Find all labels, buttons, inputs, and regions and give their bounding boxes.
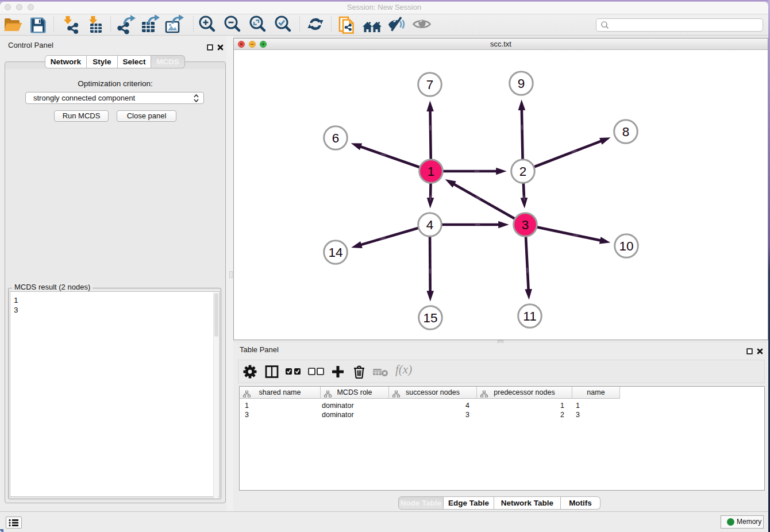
- svg-text:14: 14: [328, 245, 342, 260]
- svg-text:4: 4: [426, 218, 434, 232]
- svg-text:10: 10: [619, 239, 633, 253]
- svg-text:7: 7: [426, 78, 434, 92]
- svg-text:1: 1: [428, 164, 435, 179]
- svg-text:15: 15: [423, 311, 437, 325]
- svg-text:11: 11: [523, 309, 536, 323]
- svg-text:3: 3: [522, 218, 529, 232]
- svg-text:6: 6: [332, 131, 340, 145]
- svg-text:9: 9: [518, 76, 525, 91]
- svg-text:2: 2: [519, 164, 527, 179]
- svg-text:8: 8: [622, 125, 630, 139]
